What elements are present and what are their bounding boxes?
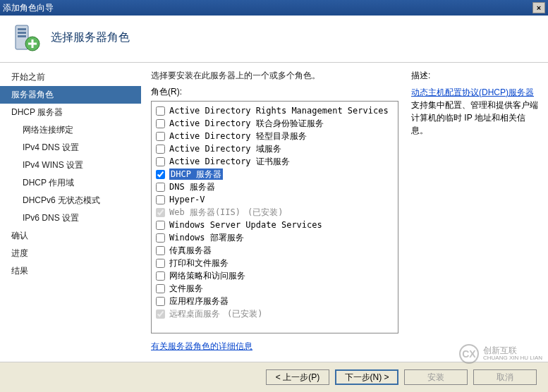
role-label: 文件服务	[169, 283, 203, 294]
role-row[interactable]: Active Directory 轻型目录服务	[156, 130, 394, 142]
next-button[interactable]: 下一步(N) >	[335, 369, 398, 385]
wizard-sidebar: 开始之前服务器角色DHCP 服务器网络连接绑定IPv4 DNS 设置IPv4 W…	[0, 63, 141, 381]
description-body: 支持集中配置、管理和提供客户端计算机的临时 IP 地址和相关信息。	[411, 100, 538, 135]
role-row[interactable]: Windows 部署服务	[156, 231, 394, 244]
instruction-text: 选择要安装在此服务器上的一个或多个角色。	[151, 70, 398, 82]
role-label: DHCP 服务器	[169, 169, 223, 180]
role-checkbox[interactable]	[156, 132, 165, 141]
sidebar-item[interactable]: 确认	[0, 227, 141, 245]
description-label: 描述:	[411, 70, 538, 82]
role-label: Windows 部署服务	[169, 232, 244, 243]
button-bar: < 上一步(P) 下一步(N) > 安装 取消	[0, 362, 548, 392]
role-row[interactable]: Active Directory 证书服务	[156, 155, 394, 168]
sidebar-item[interactable]: 结果	[0, 262, 141, 280]
svg-rect-1	[18, 28, 26, 30]
role-label: Windows Server Update Services	[169, 219, 322, 231]
sidebar-item[interactable]: 网络连接绑定	[0, 121, 141, 139]
sidebar-item[interactable]: IPv6 DNS 设置	[0, 209, 141, 227]
roles-label: 角色(R):	[151, 86, 398, 98]
server-role-icon	[11, 23, 41, 52]
description-text: 动态主机配置协议(DHCP)服务器支持集中配置、管理和提供客户端计算机的临时 I…	[411, 86, 538, 137]
sidebar-item[interactable]: IPv4 DNS 设置	[0, 139, 141, 157]
role-row: Web 服务器(IIS)(已安装)	[156, 206, 394, 219]
description-link[interactable]: 动态主机配置协议(DHCP)服务器	[411, 87, 534, 97]
role-label: 打印和文件服务	[169, 257, 229, 269]
role-label: DNS 服务器	[169, 181, 215, 192]
window-title: 添加角色向导	[3, 0, 54, 16]
role-checkbox[interactable]	[156, 271, 165, 281]
role-checkbox[interactable]	[156, 297, 165, 306]
role-checkbox	[156, 208, 165, 217]
role-label: Hyper-V	[169, 194, 205, 205]
watermark-sub: CHUANG XIN HU LIAN	[483, 355, 542, 362]
role-row[interactable]: 网络策略和访问服务	[156, 269, 394, 282]
cancel-button: 取消	[473, 369, 537, 385]
sidebar-item[interactable]: DHCP 服务器	[0, 104, 141, 121]
sidebar-item[interactable]: 开始之前	[0, 68, 141, 86]
role-checkbox[interactable]	[156, 246, 165, 255]
role-checkbox[interactable]	[156, 170, 165, 179]
role-label: 应用程序服务器	[169, 295, 229, 307]
sidebar-item[interactable]: IPv4 WINS 设置	[0, 157, 141, 174]
svg-rect-3	[18, 35, 26, 37]
watermark: CX 创新互联 CHUANG XIN HU LIAN	[459, 344, 542, 364]
more-info-link[interactable]: 有关服务器角色的详细信息	[151, 341, 252, 351]
main-panel: 选择要安装在此服务器上的一个或多个角色。 角色(R): Active Direc…	[141, 63, 548, 381]
role-checkbox[interactable]	[156, 233, 165, 243]
role-label: Active Directory 联合身份验证服务	[169, 118, 324, 129]
role-checkbox[interactable]	[156, 259, 165, 268]
role-label: Active Directory Rights Management Servi…	[169, 105, 389, 116]
role-label: Web 服务器(IIS)	[169, 207, 240, 218]
role-row[interactable]: 传真服务器	[156, 244, 394, 257]
role-row[interactable]: 应用程序服务器	[156, 295, 394, 307]
sidebar-item[interactable]: DHCPv6 无状态模式	[0, 192, 141, 209]
role-row[interactable]: DHCP 服务器	[156, 168, 394, 180]
role-row[interactable]: Windows Server Update Services	[156, 219, 394, 231]
role-row[interactable]: DNS 服务器	[156, 180, 394, 193]
role-checkbox[interactable]	[156, 195, 165, 204]
title-bar: 添加角色向导 ×	[0, 0, 548, 16]
role-label: Active Directory 证书服务	[169, 156, 290, 167]
install-button: 安装	[404, 369, 468, 385]
installed-tag: (已安装)	[227, 308, 262, 319]
sidebar-item[interactable]: 服务器角色	[0, 86, 141, 104]
role-checkbox[interactable]	[156, 221, 165, 230]
page-title: 选择服务器角色	[51, 30, 130, 45]
role-checkbox	[156, 310, 165, 319]
role-checkbox[interactable]	[156, 183, 165, 192]
watermark-icon: CX	[459, 344, 479, 364]
role-row[interactable]: Hyper-V	[156, 193, 394, 206]
wizard-header: 选择服务器角色	[0, 16, 548, 63]
role-label: 网络策略和访问服务	[169, 270, 245, 281]
role-label: Active Directory 域服务	[169, 143, 281, 154]
role-checkbox[interactable]	[156, 157, 165, 166]
role-checkbox[interactable]	[156, 106, 165, 116]
role-row[interactable]: 打印和文件服务	[156, 257, 394, 269]
content-area: 开始之前服务器角色DHCP 服务器网络连接绑定IPv4 DNS 设置IPv4 W…	[0, 63, 548, 381]
role-row[interactable]: Active Directory 域服务	[156, 142, 394, 155]
role-row: 远程桌面服务(已安装)	[156, 307, 394, 320]
role-label: 远程桌面服务	[169, 308, 220, 319]
sidebar-item[interactable]: 进度	[0, 245, 141, 262]
role-row[interactable]: Active Directory Rights Management Servi…	[156, 104, 394, 117]
role-row[interactable]: Active Directory 联合身份验证服务	[156, 117, 394, 130]
role-label: 传真服务器	[169, 245, 212, 256]
prev-button[interactable]: < 上一步(P)	[266, 369, 329, 385]
installed-tag: (已安装)	[248, 207, 283, 218]
roles-listbox[interactable]: Active Directory Rights Management Servi…	[151, 101, 398, 333]
role-row[interactable]: 文件服务	[156, 282, 394, 295]
sidebar-item[interactable]: DHCP 作用域	[0, 174, 141, 192]
svg-rect-2	[18, 32, 26, 34]
role-checkbox[interactable]	[156, 284, 165, 293]
role-checkbox[interactable]	[156, 119, 165, 128]
close-button[interactable]: ×	[532, 2, 545, 13]
role-checkbox[interactable]	[156, 145, 165, 154]
role-label: Active Directory 轻型目录服务	[169, 130, 307, 142]
